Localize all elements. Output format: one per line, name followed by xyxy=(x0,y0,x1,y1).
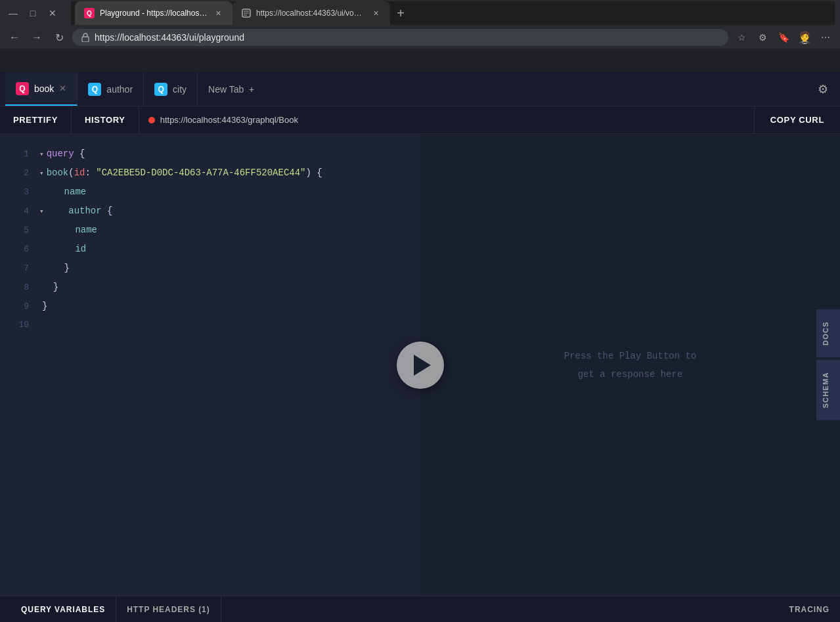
new-browser-tab-button[interactable]: + xyxy=(390,3,411,24)
url-box[interactable]: https://localhost:44363/ui/playground xyxy=(72,29,728,46)
playground-favicon: Q xyxy=(84,8,95,18)
endpoint-url: https://localhost:44363/graphql/Book xyxy=(160,115,298,125)
line-num-8: 8 xyxy=(11,278,29,297)
title-bar: — □ ✕ Q Playground - https://localhost:4… xyxy=(0,0,840,26)
line-num-1: 1 xyxy=(11,145,29,164)
close-brace-8: } xyxy=(42,278,58,296)
maximize-button[interactable]: □ xyxy=(25,5,41,21)
docs-panel-button[interactable]: DOCS xyxy=(816,309,840,357)
tab-city[interactable]: Q city xyxy=(144,72,198,106)
string-id-value: "CA2EBE5D-D0DC-4D63-A77A-46FF520AEC44" xyxy=(96,164,305,182)
browser-tab-voyager-close[interactable]: ✕ xyxy=(370,8,381,18)
line-num-10: 10 xyxy=(11,316,29,334)
window-controls: — □ ✕ xyxy=(5,5,60,21)
profile-button[interactable]: 🤵 xyxy=(795,28,814,47)
minimize-button[interactable]: — xyxy=(5,5,21,21)
code-line-3: 3 name xyxy=(0,183,420,202)
play-button[interactable] xyxy=(397,342,444,389)
main-area: 1 ▾ query { 2 ▾ book ( id : "CA2EBE5D-D0… xyxy=(0,134,840,596)
copy-curl-button[interactable]: COPY CURL xyxy=(755,106,840,133)
expand-arrow-4[interactable]: ▾ xyxy=(39,202,44,221)
book-tab-icon: Q xyxy=(16,82,29,95)
back-button[interactable]: ← xyxy=(5,28,24,47)
browser-tab-voyager-title: https://localhost:44363/ui/voyag xyxy=(256,9,365,18)
browser-tab-voyager[interactable]: https://localhost:44363/ui/voyag ✕ xyxy=(232,1,390,25)
line-num-9: 9 xyxy=(11,298,29,316)
query-variables-tab[interactable]: QUERY VARIABLES xyxy=(11,596,116,622)
field-author-id: id xyxy=(42,240,86,258)
punct-4: { xyxy=(102,202,113,220)
code-line-1: 1 ▾ query { xyxy=(0,144,420,164)
endpoint-status-dot xyxy=(148,117,155,123)
code-line-7: 7 } xyxy=(0,259,420,278)
city-tab-icon: Q xyxy=(154,83,167,96)
expand-arrow-1[interactable]: ▾ xyxy=(39,145,44,164)
field-author-name: name xyxy=(42,221,97,239)
close-brace-9: } xyxy=(42,297,47,315)
book-tab-close[interactable]: ✕ xyxy=(59,83,66,93)
author-tab-icon: Q xyxy=(88,83,101,96)
extensions-button[interactable]: ⚙ xyxy=(753,28,772,47)
line-num-7: 7 xyxy=(11,259,29,278)
response-placeholder: Press the Play Button to get a response … xyxy=(564,347,697,384)
book-tab-label: book xyxy=(34,83,54,94)
app-tab-bar: Q book ✕ Q author Q city New Tab + ⚙ xyxy=(0,72,840,106)
svg-rect-4 xyxy=(82,37,89,42)
forward-button[interactable]: → xyxy=(28,28,46,47)
history-button[interactable]: HISTORY xyxy=(72,106,139,133)
field-author: author xyxy=(47,202,102,220)
author-tab-label: author xyxy=(106,84,133,95)
url-display: https://localhost:44363/ui/playground xyxy=(95,32,244,43)
browser-tab-playground-title: Playground - https://localhost:44 xyxy=(100,9,208,18)
toolbar: PRETTIFY HISTORY https://localhost:44363… xyxy=(0,106,840,134)
code-line-8: 8 } xyxy=(0,278,420,297)
line-num-5: 5 xyxy=(11,221,29,240)
close-brace-7: } xyxy=(42,259,70,277)
arg-id: id xyxy=(74,164,85,182)
code-line-2: 2 ▾ book ( id : "CA2EBE5D-D0DC-4D63-A77A… xyxy=(0,164,420,183)
close-button[interactable]: ✕ xyxy=(45,5,60,21)
browser-tab-playground-close[interactable]: ✕ xyxy=(213,8,223,18)
new-tab-label: New Tab xyxy=(208,84,244,95)
city-tab-label: city xyxy=(173,84,187,95)
code-line-4: 4 ▾ author { xyxy=(0,202,420,221)
menu-button[interactable]: ⋯ xyxy=(816,28,835,47)
punct-2c: ) { xyxy=(306,164,322,182)
code-line-6: 6 id xyxy=(0,240,420,259)
line-num-2: 2 xyxy=(11,164,29,183)
settings-button[interactable]: ⚙ xyxy=(811,78,835,101)
browser-chrome: — □ ✕ Q Playground - https://localhost:4… xyxy=(0,0,840,72)
browser-tab-bar: Q Playground - https://localhost:44 ✕ ht… xyxy=(71,1,835,25)
lock-icon xyxy=(81,33,89,42)
address-bar: ← → ↻ https://localhost:44363/ui/playgro… xyxy=(0,26,840,49)
schema-panel-button[interactable]: SCHEMA xyxy=(816,360,840,420)
line-num-3: 3 xyxy=(11,183,29,202)
response-pane: Press the Play Button to get a response … xyxy=(420,134,840,596)
line-num-6: 6 xyxy=(11,240,29,259)
bottom-bar: QUERY VARIABLES HTTP HEADERS (1) TRACING xyxy=(0,596,840,622)
field-name: name xyxy=(42,183,86,201)
code-editor[interactable]: 1 ▾ query { 2 ▾ book ( id : "CA2EBE5D-D0… xyxy=(0,134,420,345)
response-placeholder-line2: get a response here xyxy=(564,365,697,384)
http-headers-tab[interactable]: HTTP HEADERS (1) xyxy=(116,596,221,622)
browser-tab-playground[interactable]: Q Playground - https://localhost:44 ✕ xyxy=(75,1,232,25)
line-num-4: 4 xyxy=(11,202,29,221)
play-button-container xyxy=(397,342,444,389)
new-app-tab-button[interactable]: New Tab + xyxy=(198,72,265,106)
app: Q book ✕ Q author Q city New Tab + ⚙ PRE… xyxy=(0,72,840,622)
prettify-button[interactable]: PRETTIFY xyxy=(0,106,72,133)
refresh-button[interactable]: ↻ xyxy=(50,28,68,47)
endpoint-bar: https://localhost:44363/graphql/Book xyxy=(139,106,755,133)
play-icon xyxy=(414,355,431,376)
tab-book[interactable]: Q book ✕ xyxy=(5,72,77,106)
code-line-10: 10 xyxy=(0,316,420,334)
collections-button[interactable]: 🔖 xyxy=(774,28,793,47)
favorites-star-button[interactable]: ☆ xyxy=(732,28,751,47)
expand-arrow-2[interactable]: ▾ xyxy=(39,164,44,183)
punct-2a: ( xyxy=(68,164,74,182)
punct-1: { xyxy=(74,144,85,163)
field-book: book xyxy=(47,164,69,182)
tab-author[interactable]: Q author xyxy=(77,72,144,106)
editor-pane: 1 ▾ query { 2 ▾ book ( id : "CA2EBE5D-D0… xyxy=(0,134,420,596)
tracing-button[interactable]: TRACING xyxy=(789,605,829,614)
